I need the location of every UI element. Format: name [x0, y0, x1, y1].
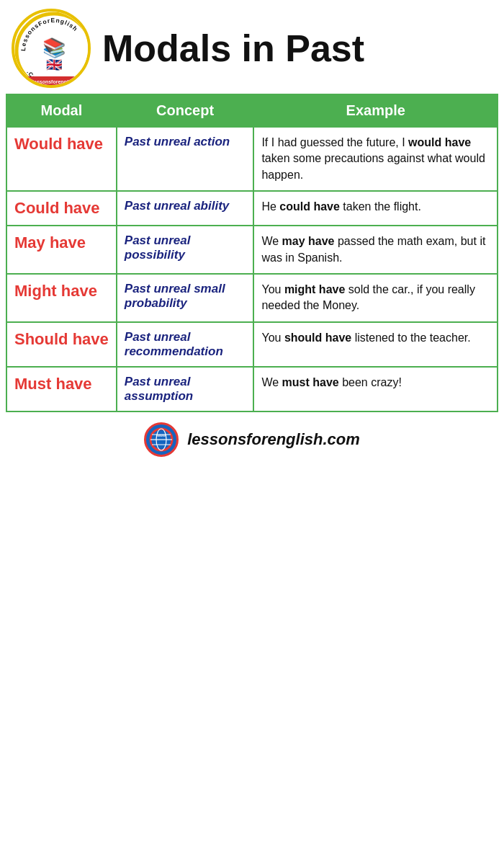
concept-text: Past unreal possibility — [125, 233, 191, 262]
example-cell: If I had guessed the future, I would hav… — [253, 127, 498, 191]
logo-circle: LessonsForEnglish .Com 📚 🇬🇧 lessonsforen… — [12, 9, 91, 88]
modal-name: Should have — [14, 330, 109, 348]
table-row: May havePast unreal possibilityWe may ha… — [6, 226, 498, 274]
globe-icon: www — [144, 422, 179, 457]
concept-text: Past unreal action — [125, 135, 230, 148]
example-text: If I had guessed the future, I would hav… — [261, 135, 490, 183]
concept-text: Past unreal ability — [125, 199, 230, 213]
modal-cell: Would have — [6, 127, 117, 191]
modal-name: Could have — [14, 199, 100, 217]
example-text: We must have been crazy! — [261, 375, 490, 391]
concept-cell: Past unreal action — [117, 127, 254, 191]
svg-text:🇬🇧: 🇬🇧 — [46, 57, 63, 73]
concept-cell: Past unreal assumption — [117, 367, 254, 411]
example-cell: You should have listened to the teacher. — [253, 322, 498, 367]
header-concept: Concept — [117, 94, 254, 127]
page-title: Modals in Past — [102, 30, 364, 67]
table-row: Should havePast unreal recommendationYou… — [6, 322, 498, 367]
header-modal: Modal — [6, 94, 117, 127]
modals-table: Modal Concept Example Would havePast unr… — [6, 94, 498, 412]
svg-text:📚: 📚 — [42, 36, 66, 59]
example-cell: We may have passed the math exam, but it… — [253, 226, 498, 274]
concept-cell: Past unreal possibility — [117, 226, 254, 274]
modal-cell: Could have — [6, 191, 117, 226]
concept-text: Past unreal small probability — [125, 282, 225, 310]
table-row: Must havePast unreal assumptionWe must h… — [6, 367, 498, 411]
concept-text: Past unreal assumption — [125, 375, 193, 403]
example-text: We may have passed the math exam, but it… — [261, 233, 490, 266]
table-row: Could havePast unreal abilityHe could ha… — [6, 191, 498, 226]
concept-text: Past unreal recommendation — [125, 330, 223, 358]
modal-name: Must have — [14, 375, 92, 393]
header-example: Example — [253, 94, 498, 127]
page-header: LessonsForEnglish .Com 📚 🇬🇧 lessonsforen… — [0, 0, 504, 94]
modal-name: May have — [14, 233, 86, 252]
modals-table-wrapper: Modal Concept Example Would havePast unr… — [0, 94, 504, 412]
concept-cell: Past unreal small probability — [117, 274, 254, 322]
table-row: Might havePast unreal small probabilityY… — [6, 274, 498, 322]
logo: LessonsForEnglish .Com 📚 🇬🇧 lessonsforen… — [12, 9, 91, 88]
table-row: Would havePast unreal actionIf I had gue… — [6, 127, 498, 191]
example-cell: You might have sold the car., if you rea… — [253, 274, 498, 322]
modal-cell: Should have — [6, 322, 117, 367]
modal-cell: Might have — [6, 274, 117, 322]
example-text: You should have listened to the teacher. — [261, 330, 490, 346]
example-text: You might have sold the car., if you rea… — [261, 282, 490, 314]
example-cell: He could have taken the flight. — [253, 191, 498, 226]
footer-url: lessonsforenglish.com — [187, 430, 360, 449]
modal-cell: Must have — [6, 367, 117, 411]
svg-text:www: www — [156, 433, 166, 437]
example-text: He could have taken the flight. — [261, 199, 490, 215]
modal-cell: May have — [6, 226, 117, 274]
modal-name: Might have — [14, 282, 97, 300]
concept-cell: Past unreal recommendation — [117, 322, 254, 367]
concept-cell: Past unreal ability — [117, 191, 254, 226]
example-cell: We must have been crazy! — [253, 367, 498, 411]
footer: www lessonsforenglish.com — [0, 412, 504, 464]
modal-name: Would have — [14, 135, 103, 153]
svg-text:lessonsforenglish: lessonsforenglish — [32, 79, 76, 85]
table-header-row: Modal Concept Example — [6, 94, 498, 127]
